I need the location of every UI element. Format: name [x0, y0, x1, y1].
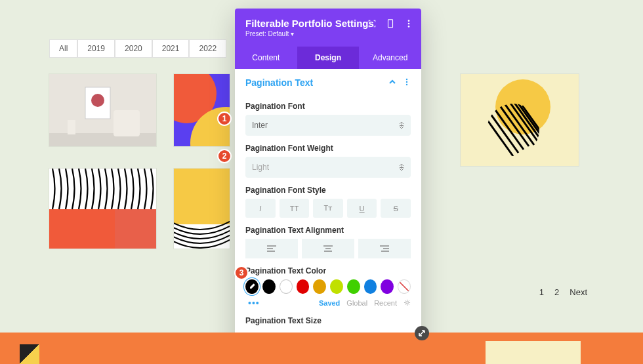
panel-body: Pagination Font Inter Pagination Font We… [235, 94, 421, 333]
filter-2022[interactable]: 2022 [189, 39, 226, 58]
color-settings-icon[interactable] [404, 299, 411, 308]
preset-selector[interactable]: Preset: Default ▾ [245, 30, 411, 37]
pagination: 1 2 Next [539, 287, 587, 297]
tab-content[interactable]: Content [235, 47, 297, 69]
filter-all[interactable]: All [49, 39, 77, 58]
svg-point-28 [408, 23, 410, 25]
uppercase-button[interactable]: TT [280, 199, 310, 218]
resize-handle-icon[interactable] [415, 326, 429, 340]
color-tab-recent[interactable]: Recent [374, 299, 397, 307]
panel-header: Filterable Portfolio Settings Preset: De… [235, 9, 421, 47]
swatch-black[interactable] [262, 279, 276, 294]
portfolio-thumb[interactable] [461, 74, 579, 166]
font-select[interactable]: Inter [245, 115, 411, 136]
swatch-lime[interactable] [330, 279, 343, 294]
footer-corner-thumb [20, 344, 39, 364]
swatch-white[interactable] [280, 279, 293, 294]
weight-label: Pagination Font Weight [245, 144, 411, 153]
svg-rect-12 [174, 169, 230, 224]
alignment-label: Pagination Text Alignment [245, 226, 411, 235]
svg-rect-11 [115, 209, 156, 249]
font-label: Pagination Font [245, 102, 411, 111]
portfolio-thumb[interactable] [49, 74, 156, 146]
color-swatches [245, 279, 411, 294]
swatch-orange[interactable] [313, 279, 326, 294]
svg-rect-26 [388, 20, 393, 28]
align-right-button[interactable] [358, 239, 411, 258]
page-next[interactable]: Next [570, 287, 587, 297]
svg-point-3 [91, 94, 104, 107]
color-picker-button[interactable] [245, 279, 259, 294]
more-swatches-icon[interactable]: ••• [248, 298, 260, 308]
swatch-red[interactable] [297, 279, 310, 294]
page-2[interactable]: 2 [554, 287, 559, 297]
underline-button[interactable]: U [347, 199, 377, 218]
swatch-blue[interactable] [364, 279, 377, 294]
swatch-none[interactable] [398, 279, 411, 294]
strikethrough-button[interactable]: S [381, 199, 411, 218]
svg-rect-4 [114, 110, 140, 136]
smallcaps-button[interactable]: Tᴛ [313, 199, 343, 218]
font-style-group: I TT Tᴛ U S [245, 199, 411, 218]
svg-rect-5 [68, 120, 75, 134]
svg-point-27 [408, 20, 410, 22]
filter-2021[interactable]: 2021 [152, 39, 190, 58]
svg-point-30 [406, 79, 407, 80]
alignment-group [245, 239, 411, 258]
svg-point-29 [408, 26, 410, 28]
section-header[interactable]: Pagination Text [235, 69, 421, 94]
weight-select[interactable]: Light [245, 157, 411, 178]
page-1[interactable]: 1 [539, 287, 544, 297]
tabs: Content Design Advanced [235, 47, 421, 69]
collapse-icon[interactable] [388, 77, 396, 89]
swatch-purple[interactable] [381, 279, 394, 294]
svg-rect-1 [49, 133, 156, 146]
tab-advanced[interactable]: Advanced [359, 47, 421, 69]
settings-panel: Filterable Portfolio Settings Preset: De… [235, 9, 421, 361]
tablet-icon[interactable] [386, 19, 395, 31]
italic-button[interactable]: I [245, 199, 276, 218]
style-label: Pagination Font Style [245, 186, 411, 195]
color-tab-saved[interactable]: Saved [319, 299, 340, 307]
text-color-label: Pagination Text Color [245, 266, 411, 275]
tab-design[interactable]: Design [297, 47, 360, 69]
footer-thumb [486, 341, 581, 364]
filter-bar: All 2019 2020 2021 2022 [49, 39, 226, 58]
portfolio-thumb[interactable] [174, 169, 230, 249]
text-size-label: Pagination Text Size [245, 316, 411, 325]
color-tab-global[interactable]: Global [346, 299, 367, 307]
svg-point-31 [406, 81, 407, 83]
marker-3: 3 [234, 266, 249, 280]
marker-2: 2 [217, 149, 232, 163]
align-left-button[interactable] [245, 239, 298, 258]
section-title: Pagination Text [245, 77, 313, 88]
svg-point-42 [406, 301, 409, 304]
svg-point-32 [406, 84, 407, 85]
filter-2020[interactable]: 2020 [115, 39, 152, 58]
svg-rect-10 [49, 209, 115, 249]
portfolio-thumb[interactable] [49, 169, 156, 249]
more-icon[interactable] [404, 19, 413, 31]
focus-icon[interactable] [367, 19, 377, 31]
swatch-green[interactable] [347, 279, 360, 294]
marker-1: 1 [217, 111, 232, 126]
section-more-icon[interactable] [403, 77, 411, 89]
filter-2019[interactable]: 2019 [77, 39, 115, 58]
align-center-button[interactable] [302, 239, 354, 258]
portfolio-thumb[interactable] [174, 74, 230, 146]
